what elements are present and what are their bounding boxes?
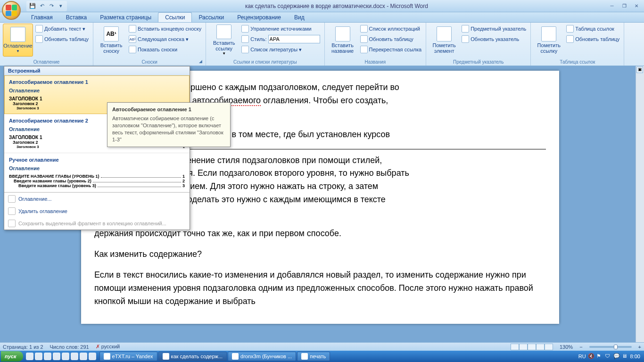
tooltip: Автособираемое оглавление 1 Автоматическ… <box>107 102 231 147</box>
tab-layout[interactable]: Разметка страницы <box>93 13 158 22</box>
ql-icon[interactable] <box>44 353 51 360</box>
bibliography-button[interactable]: Список литературы ▾ <box>240 44 321 55</box>
toc-dialog-icon <box>8 195 16 203</box>
folder-icon <box>301 353 308 360</box>
taskbar-item-folder[interactable]: печать <box>297 352 330 361</box>
ql-icon[interactable] <box>35 353 42 360</box>
ruler-toggle[interactable]: ▣ <box>636 66 643 73</box>
zoom-out[interactable]: − <box>579 344 582 350</box>
tray-icon[interactable]: 🔇 <box>588 353 594 360</box>
zoom-slider[interactable] <box>589 346 632 348</box>
tab-view[interactable]: Вид <box>288 13 311 22</box>
mark-citation-icon <box>541 26 556 41</box>
mark-entry-button[interactable]: Пометить элемент <box>429 24 459 57</box>
mark-entry-icon <box>437 26 452 41</box>
insert-caption-button[interactable]: Вставить название <box>328 24 358 57</box>
show-notes-button[interactable]: Показать сноски <box>127 44 203 55</box>
footnotes-dialog-launcher[interactable]: ◢ <box>199 59 205 65</box>
toc-section-builtin: Встроенный <box>4 66 190 75</box>
ql-icon[interactable] <box>89 353 96 360</box>
title-bar: 💾 ↶ ↷ ▾ как сделать содержание в ворде а… <box>0 0 644 12</box>
figures-icon <box>360 25 368 33</box>
insert-endnote-button[interactable]: Вставить концевую сноску <box>127 24 203 34</box>
toc-button[interactable]: Оглавление ▼ <box>3 24 33 57</box>
start-button[interactable]: пуск <box>1 351 23 362</box>
tab-home[interactable]: Главная <box>25 13 59 22</box>
taskbar-item-word[interactable]: как сделать содерж... <box>158 352 227 361</box>
refresh-icon <box>566 35 574 43</box>
browser-icon <box>104 353 110 360</box>
undo-icon[interactable]: ↶ <box>38 2 46 10</box>
quick-access-toolbar: 💾 ↶ ↷ ▾ <box>26 1 67 11</box>
outline-view[interactable] <box>536 344 545 350</box>
maximize-button[interactable]: ❐ <box>619 2 630 10</box>
mark-citation-button[interactable]: Пометить ссылку <box>534 24 564 57</box>
figures-list-button[interactable]: Список иллюстраций <box>359 24 423 34</box>
view-buttons <box>511 344 553 350</box>
caption-icon <box>335 26 350 41</box>
index-button[interactable]: Предметный указатель <box>460 24 528 34</box>
language-indicator[interactable]: ✗ русский <box>96 344 120 350</box>
ql-icon[interactable] <box>53 353 60 360</box>
group-captions: Вставить название Список иллюстраций Обн… <box>325 23 427 66</box>
citation-style: Стиль: <box>240 34 321 44</box>
ql-icon[interactable] <box>62 353 69 360</box>
word-count[interactable]: Число слов: 291 <box>50 344 89 350</box>
manage-sources-button[interactable]: Управление источниками <box>240 24 321 34</box>
office-button[interactable] <box>2 1 21 20</box>
bibliography-icon <box>241 46 249 53</box>
authorities-button[interactable]: Таблица ссылок <box>565 24 621 34</box>
tray-icon[interactable]: 💬 <box>613 353 620 360</box>
ql-icon[interactable] <box>71 353 78 360</box>
qat-dropdown-icon[interactable]: ▾ <box>57 2 65 10</box>
chat-icon <box>232 353 239 360</box>
vertical-scrollbar[interactable] <box>636 66 644 342</box>
next-footnote-button[interactable]: AB¹Следующая сноска ▾ <box>127 34 203 44</box>
close-button[interactable]: ✕ <box>631 2 642 10</box>
minimize-button[interactable]: ─ <box>606 2 618 10</box>
toc-save-selection-button: Сохранить выделенный фрагмент в коллекци… <box>4 217 190 230</box>
ql-icon[interactable] <box>80 353 87 360</box>
draft-view[interactable] <box>545 344 553 350</box>
taskbar-item-browser[interactable]: eTXT.ru – Yandex <box>99 352 157 361</box>
toc-manual-item[interactable]: Ручное оглавление Оглавление ВВЕДИТЕ НАЗ… <box>4 153 190 192</box>
save-icon[interactable]: 💾 <box>28 2 37 10</box>
update-authorities-button[interactable]: Обновить таблицу <box>565 34 621 44</box>
update-figures-button[interactable]: Обновить таблицу <box>359 34 423 44</box>
page-indicator[interactable]: Страница: 1 из 2 <box>3 344 43 350</box>
add-text-button[interactable]: Добавить текст ▾ <box>34 24 90 34</box>
redo-icon[interactable]: ↷ <box>47 2 56 10</box>
taskbar-item-chat[interactable]: dronx3m (Бунчиков ... <box>228 352 296 361</box>
refresh-icon <box>35 35 43 43</box>
insert-footnote-button[interactable]: AB¹ Вставить сноску <box>96 24 126 57</box>
style-select[interactable] <box>268 35 320 43</box>
add-text-icon <box>35 25 43 33</box>
ql-icon[interactable] <box>26 353 33 360</box>
language-bar[interactable]: RU <box>578 354 586 359</box>
tab-review[interactable]: Рецензирование <box>231 13 288 22</box>
clock[interactable]: 8:00 <box>630 354 640 359</box>
insert-citation-button[interactable]: Вставить ссылку ▼ <box>209 24 239 57</box>
zoom-value[interactable]: 130% <box>560 344 573 350</box>
style-icon <box>241 35 249 43</box>
tab-insert[interactable]: Вставка <box>59 13 94 22</box>
toc-remove-button[interactable]: Удалить оглавление <box>4 205 190 217</box>
web-layout-view[interactable] <box>528 344 536 350</box>
update-table-button[interactable]: Обновить таблицу <box>34 34 90 44</box>
tray-icon[interactable]: 🖥 <box>622 353 628 360</box>
full-screen-view[interactable] <box>519 344 528 350</box>
sources-icon <box>241 25 249 33</box>
tab-mailings[interactable]: Рассылки <box>192 13 231 22</box>
zoom-in[interactable]: + <box>638 344 641 350</box>
tray-icon[interactable]: 🛡 <box>605 353 611 360</box>
chevron-down-icon: ▼ <box>16 49 20 53</box>
cross-ref-button[interactable]: Перекрестная ссылка <box>359 44 423 55</box>
toc-gallery-panel: Встроенный Автособираемое оглавление 1 О… <box>4 66 190 230</box>
tray-icon[interactable]: ⚑ <box>596 353 603 360</box>
update-index-button[interactable]: Обновить указатель <box>460 34 528 44</box>
tab-references[interactable]: Ссылки <box>158 12 192 22</box>
ribbon: Оглавление ▼ Добавить текст ▾ Обновить т… <box>0 23 644 66</box>
toc-insert-button[interactable]: Оглавление... <box>4 193 190 205</box>
print-layout-view[interactable] <box>511 344 519 350</box>
save-selection-icon <box>8 220 16 227</box>
